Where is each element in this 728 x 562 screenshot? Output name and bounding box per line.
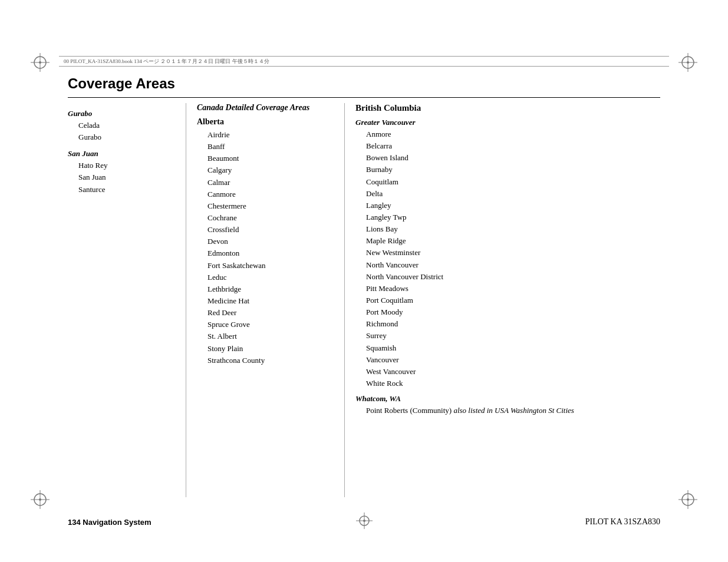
city-airdrie: Airdrie — [207, 129, 334, 141]
city-celada: Celada — [78, 120, 180, 131]
city-medicine-hat: Medicine Hat — [207, 295, 334, 307]
city-delta: Delta — [366, 188, 660, 200]
city-belcarra: Belcarra — [366, 140, 660, 152]
whatcom-footnote: Point Roberts (Community) also listed in… — [366, 405, 660, 416]
city-hato-rey: Hato Rey — [78, 160, 180, 171]
city-new-westminster: New Westminster — [366, 247, 660, 259]
city-burnaby: Burnaby — [366, 164, 660, 176]
middle-column: Canada Detailed Coverage Areas Alberta A… — [186, 103, 345, 497]
greater-vancouver-header: Greater Vancouver — [355, 118, 660, 127]
city-red-deer: Red Deer — [207, 307, 334, 319]
city-port-coquitlam: Port Coquitlam — [366, 295, 660, 306]
city-strathcona-county: Strathcona County — [207, 355, 334, 366]
right-column: British Columbia Greater Vancouver Anmor… — [345, 103, 660, 497]
reg-mark-top-left — [29, 52, 51, 73]
city-devon: Devon — [207, 236, 334, 247]
province-alberta: Alberta — [197, 117, 334, 127]
city-langley: Langley — [366, 200, 660, 211]
header-text: 00 PILOT_KA-31SZA830.book 134 ページ ２０１１年７… — [64, 58, 269, 65]
city-squamish: Squamish — [366, 342, 660, 354]
city-chestermere: Chestermere — [207, 200, 334, 212]
city-fort-saskatchewan: Fort Saskatchewan — [207, 260, 334, 272]
city-vancouver: Vancouver — [366, 354, 660, 366]
left-column: Gurabo Celada Gurabo San Juan Hato Rey S… — [68, 103, 186, 497]
city-calgary: Calgary — [207, 164, 334, 176]
canada-header: Canada Detailed Coverage Areas — [197, 103, 334, 113]
city-north-vancouver-district: North Vancouver District — [366, 271, 660, 283]
reg-mark-bottom-right — [677, 489, 699, 510]
bc-header: British Columbia — [355, 103, 660, 113]
city-canmore: Canmore — [207, 189, 334, 200]
city-stony-plain: Stony Plain — [207, 343, 334, 355]
reg-mark-top-right — [677, 52, 699, 73]
city-anmore: Anmore — [366, 128, 660, 140]
title-rule — [68, 97, 660, 98]
reg-mark-bottom-center — [355, 512, 373, 530]
city-coquitlam: Coquitlam — [366, 176, 660, 188]
city-langley-twp: Langley Twp — [366, 211, 660, 223]
city-lions-bay: Lions Bay — [366, 223, 660, 235]
city-surrey: Surrey — [366, 330, 660, 342]
city-crossfield: Crossfield — [207, 224, 334, 236]
whatcom-wa-header: Whatcom, WA — [355, 394, 660, 404]
footer-page-number: 134 Navigation System — [68, 518, 151, 527]
region-san-juan: San Juan — [68, 149, 180, 158]
city-white-rock: White Rock — [366, 378, 660, 389]
content-area: Gurabo Celada Gurabo San Juan Hato Rey S… — [68, 103, 660, 497]
city-beaumont: Beaumont — [207, 153, 334, 164]
city-richmond: Richmond — [366, 318, 660, 330]
city-north-vancouver: North Vancouver — [366, 259, 660, 271]
city-lethbridge: Lethbridge — [207, 283, 334, 295]
city-banff: Banff — [207, 141, 334, 153]
city-spruce-grove: Spruce Grove — [207, 319, 334, 330]
city-santurce: Santurce — [78, 184, 180, 196]
city-san-juan: San Juan — [78, 171, 180, 183]
page-title: Coverage Areas — [68, 75, 175, 92]
city-bowen-island: Bowen Island — [366, 152, 660, 164]
city-gurabo: Gurabo — [78, 131, 180, 143]
city-maple-ridge: Maple Ridge — [366, 235, 660, 247]
city-leduc: Leduc — [207, 272, 334, 283]
city-edmonton: Edmonton — [207, 247, 334, 259]
footer-product-code: PILOT KA 31SZA830 — [585, 517, 660, 527]
city-port-moody: Port Moody — [366, 306, 660, 318]
city-cochrane: Cochrane — [207, 212, 334, 224]
city-pitt-meadows: Pitt Meadows — [366, 283, 660, 295]
region-gurabo: Gurabo — [68, 109, 180, 118]
city-west-vancouver: West Vancouver — [366, 366, 660, 378]
header-bar: 00 PILOT_KA-31SZA830.book 134 ページ ２０１１年７… — [59, 56, 669, 67]
reg-mark-bottom-left — [29, 489, 51, 510]
city-calmar: Calmar — [207, 177, 334, 189]
city-st-albert: St. Albert — [207, 330, 334, 342]
